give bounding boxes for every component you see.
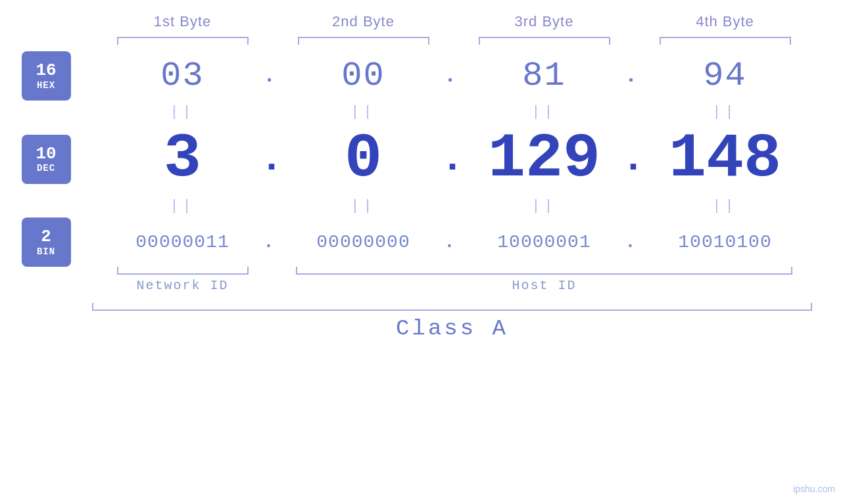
main-container: 1st Byte 2nd Byte 3rd Byte 4th Byte 16 H… — [0, 0, 845, 504]
hex-val-3: 81 — [454, 57, 635, 95]
header-byte2: 2nd Byte — [273, 13, 454, 30]
hex-badge: 16 HEX — [22, 51, 71, 101]
bin-badge-num: 2 — [41, 227, 51, 246]
sep-row-1: || || || || — [92, 101, 845, 124]
bin-badge-col: 2 BIN — [0, 218, 92, 267]
net-id-bracket — [117, 267, 249, 275]
hex-badge-col: 16 HEX — [0, 51, 92, 101]
hex-values: 03 . 00 . 81 . 94 — [92, 57, 845, 95]
dec-row: 10 DEC 3 . 0 . 129 . 148 — [0, 124, 845, 195]
hex-badge-num: 16 — [36, 61, 56, 80]
hex-row: 16 HEX 03 . 00 . 81 . 94 — [0, 51, 845, 101]
sep-2-3: || — [454, 198, 635, 214]
id-labels: Network ID Host ID — [92, 278, 845, 293]
class-bracket — [92, 303, 812, 311]
bin-val-1: 00000011 — [92, 232, 273, 252]
sep-1-1: || — [92, 104, 273, 120]
bottom-section: Network ID Host ID — [92, 267, 845, 293]
class-label: Class A — [92, 316, 812, 341]
dec-badge-num: 10 — [36, 145, 56, 164]
dec-badge: 10 DEC — [22, 135, 71, 184]
header-byte1: 1st Byte — [92, 13, 273, 30]
bin-badge-label: BIN — [37, 246, 55, 257]
sep-1-4: || — [635, 104, 815, 120]
bin-val-2: 00000000 — [273, 232, 454, 252]
byte-headers: 1st Byte 2nd Byte 3rd Byte 4th Byte — [92, 13, 845, 30]
header-byte4: 4th Byte — [635, 13, 815, 30]
dec-val-1: 3 — [92, 124, 273, 195]
host-id-label: Host ID — [273, 278, 815, 293]
host-id-bracket — [296, 267, 792, 275]
class-section: Class A — [92, 303, 845, 341]
bin-badge: 2 BIN — [22, 218, 71, 267]
watermark: ipshu.com — [793, 484, 835, 494]
sep-2-2: || — [273, 198, 454, 214]
network-id-label: Network ID — [92, 278, 273, 293]
sep-1-3: || — [454, 104, 635, 120]
hex-val-2: 00 — [273, 57, 454, 95]
dec-val-3: 129 — [454, 124, 635, 195]
hex-val-4: 94 — [635, 57, 815, 95]
dec-val-2: 0 — [273, 124, 454, 195]
header-byte3: 3rd Byte — [454, 13, 635, 30]
sep-2-1: || — [92, 198, 273, 214]
bin-val-3: 10000001 — [454, 232, 635, 252]
dec-values: 3 . 0 . 129 . 148 — [92, 124, 845, 195]
dec-badge-col: 10 DEC — [0, 135, 92, 184]
top-brackets — [92, 37, 845, 45]
sep-2-4: || — [635, 198, 815, 214]
sep-1-2: || — [273, 104, 454, 120]
bin-val-4: 10010100 — [635, 232, 815, 252]
bin-values: 00000011 . 00000000 . 10000001 . 1001010… — [92, 232, 845, 252]
dec-badge-label: DEC — [37, 163, 55, 173]
hex-badge-label: HEX — [37, 80, 55, 91]
dec-val-4: 148 — [635, 124, 815, 195]
sep-row-2: || || || || — [92, 195, 845, 218]
bottom-brackets — [92, 267, 845, 275]
bin-row: 2 BIN 00000011 . 00000000 . 10000001 . 1… — [0, 218, 845, 267]
hex-val-1: 03 — [92, 57, 273, 95]
